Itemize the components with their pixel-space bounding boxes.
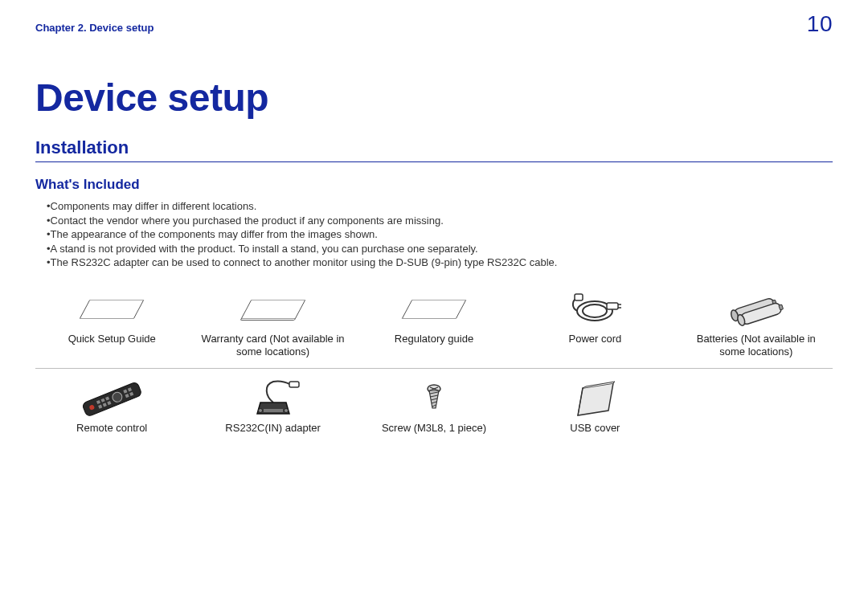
component-usb-cover: USB cover — [518, 372, 671, 443]
component-warranty-card: Warranty card (Not available in some loc… — [196, 283, 349, 367]
svg-rect-26 — [264, 409, 283, 412]
svg-rect-2 — [575, 294, 583, 300]
usb-cover-icon — [522, 377, 668, 420]
note-item: The appearance of the components may dif… — [35, 227, 833, 242]
page-number: 10 — [807, 11, 833, 37]
component-label: RS232C(IN) adapter — [199, 422, 346, 435]
component-label: Regulatory guide — [361, 333, 507, 345]
component-label: Remote control — [39, 422, 185, 435]
page-root: Chapter 2. Device setup 10 Device setup … — [0, 0, 868, 443]
subsection-title: What's Included — [35, 177, 833, 193]
note-item: The RS232C adapter can be used to connec… — [35, 255, 833, 270]
note-item: Contact the vendor where you purchased t… — [35, 214, 833, 228]
component-power-cord: Power cord — [518, 283, 671, 367]
svg-rect-12 — [82, 382, 142, 417]
adapter-icon — [199, 377, 346, 420]
component-label: Power cord — [522, 333, 668, 345]
svg-point-27 — [258, 409, 262, 413]
component-label: USB cover — [522, 422, 668, 435]
grid-divider — [35, 368, 833, 369]
note-item: Components may differ in different locat… — [35, 199, 833, 214]
component-batteries: Batteries (Not available in some locatio… — [680, 283, 833, 367]
power-cord-icon — [522, 288, 668, 331]
component-label: Quick Setup Guide — [39, 333, 185, 345]
batteries-icon — [683, 288, 829, 331]
notes-list: Components may differ in different locat… — [35, 199, 833, 270]
svg-rect-25 — [289, 382, 299, 387]
page-header: Chapter 2. Device setup 10 — [35, 11, 833, 37]
remote-icon — [39, 377, 185, 420]
sheet-icon — [39, 288, 185, 331]
svg-rect-3 — [607, 303, 618, 309]
section-rule — [35, 161, 833, 162]
component-screw: Screw (M3L8, 1 piece) — [358, 372, 510, 443]
component-quick-setup-guide: Quick Setup Guide — [35, 283, 188, 367]
component-regulatory-guide: Regulatory guide — [358, 283, 510, 367]
screw-icon — [361, 377, 507, 420]
component-rs232c-adapter: RS232C(IN) adapter — [196, 372, 349, 443]
component-label: Warranty card (Not available in some loc… — [199, 333, 346, 359]
components-grid: Quick Setup Guide Warranty card (Not ava… — [35, 283, 833, 443]
empty-cell — [680, 372, 833, 443]
note-item: A stand is not provided with the product… — [35, 242, 833, 256]
component-remote-control: Remote control — [35, 372, 188, 443]
component-label: Screw (M3L8, 1 piece) — [361, 422, 507, 435]
chapter-breadcrumb: Chapter 2. Device setup — [35, 22, 154, 34]
component-label: Batteries (Not available in some locatio… — [683, 333, 829, 359]
svg-point-1 — [583, 304, 607, 317]
sheet-icon — [199, 288, 346, 331]
section-title: Installation — [35, 137, 833, 158]
chapter-title: Device setup — [35, 76, 833, 120]
sheet-icon — [361, 288, 507, 331]
svg-point-28 — [284, 409, 288, 413]
